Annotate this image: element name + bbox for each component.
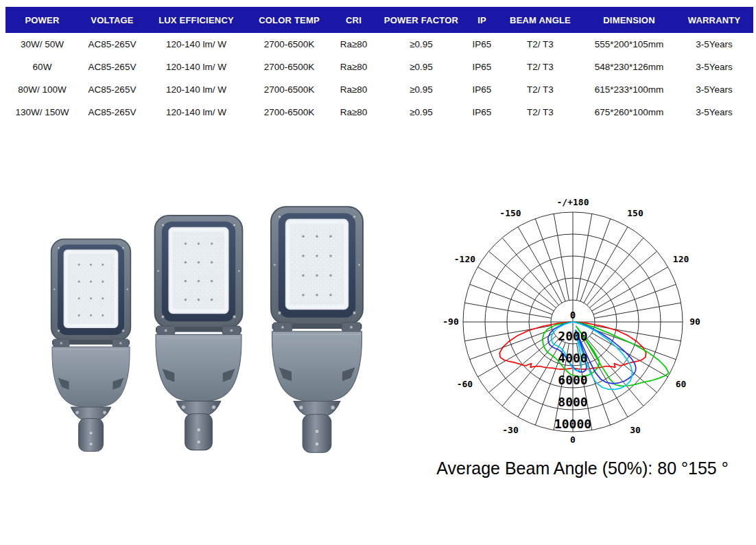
- angle-label: -120: [454, 254, 475, 264]
- photometric-polar-chart: -/+180-150150-120120-9090-6060-303002000…: [420, 194, 749, 454]
- spec-cell: 60W: [5, 56, 79, 78]
- radial-label: 6000: [558, 373, 587, 387]
- radial-label: 10000: [554, 417, 591, 431]
- spec-cell: 615*233*100mm: [583, 78, 675, 101]
- spec-cell: Ra≥80: [331, 101, 376, 124]
- spec-cell: 80W/ 100W: [5, 78, 79, 101]
- street-light-medium: [155, 216, 243, 450]
- angle-label: 0: [570, 434, 576, 445]
- spec-cell: 675*260*100mm: [583, 101, 675, 124]
- spec-cell: 3-5Years: [675, 101, 753, 124]
- spec-cell: T2/ T3: [497, 78, 583, 101]
- grid-spoke: [577, 213, 592, 300]
- spec-cell: 3-5Years: [675, 33, 753, 56]
- radial-label: 4000: [558, 351, 587, 365]
- radial-label: 2000: [558, 329, 587, 343]
- spec-cell: AC85-265V: [79, 78, 145, 101]
- grid-spoke: [464, 303, 551, 318]
- grid-spoke: [470, 284, 552, 314]
- spec-cell: 2700-6500K: [247, 78, 331, 101]
- angle-label: 60: [676, 379, 687, 389]
- grid-spoke: [595, 303, 681, 318]
- angle-label: -90: [442, 316, 459, 327]
- spec-row: 80W/ 100WAC85-265V120-140 lm/ W2700-6500…: [5, 78, 753, 101]
- spec-cell: 2700-6500K: [247, 56, 331, 78]
- spec-cell: 130W/ 150W: [5, 101, 79, 124]
- center-label: 0: [570, 310, 576, 321]
- chart-caption: Average Beam Angle (50%): 80 °155 °: [420, 459, 745, 478]
- street-light-large: [271, 207, 363, 452]
- spec-cell: T2/ T3: [497, 101, 583, 124]
- spec-cell: Ra≥80: [331, 56, 376, 78]
- spec-cell: 120-140 lm/ W: [145, 101, 247, 124]
- angle-label: -30: [502, 425, 519, 435]
- grid-spoke: [470, 329, 552, 360]
- spec-cell: T2/ T3: [497, 33, 583, 56]
- product-photos: [27, 196, 398, 491]
- spec-cell: 548*230*126mm: [583, 56, 675, 78]
- spec-cell: IP65: [466, 101, 497, 124]
- spec-cell: 120-140 lm/ W: [145, 78, 247, 101]
- spec-row: 130W/ 150WAC85-265V120-140 lm/ W2700-650…: [5, 101, 753, 124]
- column-header: POWER: [5, 7, 79, 33]
- column-header: BEAM ANGLE: [497, 7, 583, 33]
- spec-table: POWERVOLTAGELUX EFFICIENCYCOLOR TEMPCRIP…: [5, 7, 753, 124]
- spec-cell: 555*200*105mm: [583, 33, 675, 56]
- spec-cell: 30W/ 50W: [5, 33, 79, 56]
- angle-label: 90: [689, 316, 700, 327]
- column-header: IP: [466, 7, 497, 33]
- column-header: COLOR TEMP: [247, 7, 331, 33]
- column-header: POWER FACTOR: [376, 7, 466, 33]
- column-header: CRI: [331, 7, 376, 33]
- spec-cell: 120-140 lm/ W: [145, 33, 247, 56]
- spec-cell: ≥0.95: [376, 78, 466, 101]
- beam-angle-chart: -/+180-150150-120120-9090-6060-303002000…: [420, 194, 749, 454]
- spec-cell: ≥0.95: [376, 33, 466, 56]
- street-light-small: [51, 239, 131, 451]
- spec-cell: IP65: [466, 78, 497, 101]
- grid-spoke: [554, 213, 569, 300]
- spec-cell: 2700-6500K: [247, 33, 331, 56]
- spec-cell: AC85-265V: [79, 56, 145, 78]
- radial-label: 8000: [558, 395, 587, 409]
- grid-spoke: [580, 219, 611, 301]
- column-header: WARRANTY: [675, 7, 753, 33]
- spec-cell: 120-140 lm/ W: [145, 56, 247, 78]
- spec-cell: T2/ T3: [497, 56, 583, 78]
- column-header: DIMENSION: [583, 7, 675, 33]
- grid-spoke: [593, 284, 676, 314]
- angle-label: 150: [627, 208, 643, 218]
- column-header: LUX EFFICIENCY: [145, 7, 247, 33]
- column-header: VOLTAGE: [79, 7, 145, 33]
- spec-cell: AC85-265V: [79, 33, 145, 56]
- spec-cell: AC85-265V: [79, 101, 145, 124]
- angle-label: -/+180: [557, 197, 589, 207]
- spec-cell: ≥0.95: [376, 56, 466, 78]
- spec-cell: 3-5Years: [675, 78, 753, 101]
- angle-label: 120: [673, 254, 689, 264]
- spec-cell: Ra≥80: [331, 33, 376, 56]
- angle-label: -60: [457, 379, 473, 389]
- angle-label: 30: [630, 425, 641, 435]
- spec-row: 60WAC85-265V120-140 lm/ W2700-6500KRa≥80…: [5, 56, 753, 78]
- spec-cell: Ra≥80: [331, 78, 376, 101]
- spec-cell: IP65: [466, 33, 497, 56]
- spec-table-header-row: POWERVOLTAGELUX EFFICIENCYCOLOR TEMPCRIP…: [5, 7, 753, 33]
- spec-cell: 2700-6500K: [247, 101, 331, 124]
- spec-cell: 3-5Years: [675, 56, 753, 78]
- spec-cell: ≥0.95: [376, 101, 466, 124]
- angle-label: -150: [499, 208, 521, 218]
- spec-cell: IP65: [466, 56, 497, 78]
- grid-spoke: [535, 219, 565, 301]
- spec-row: 30W/ 50WAC85-265V120-140 lm/ W2700-6500K…: [5, 33, 753, 56]
